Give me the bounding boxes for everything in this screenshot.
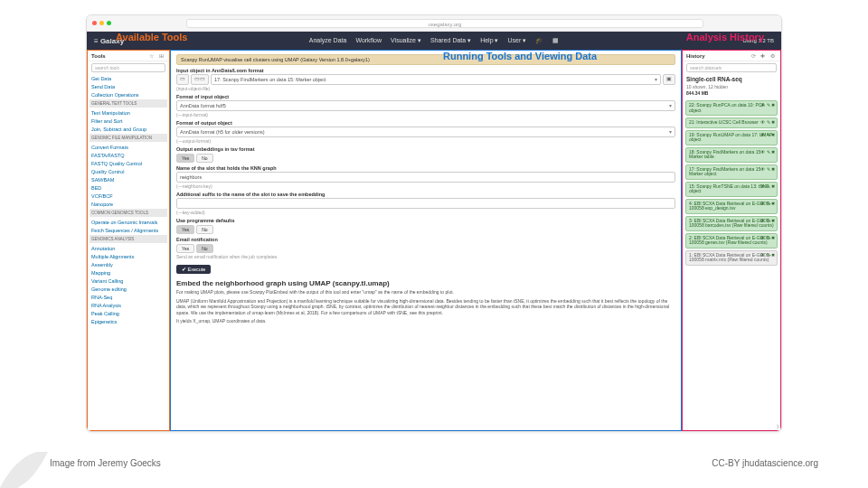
masthead-nav: Analyze Data Workflow Visualize ▾ Shared… bbox=[309, 37, 559, 44]
suffix-input[interactable] bbox=[176, 198, 675, 209]
attribution-right: CC-BY jhudatascience.org bbox=[712, 458, 818, 468]
tool-link[interactable]: Assembly bbox=[91, 260, 165, 268]
input-dataset-select[interactable]: 17: Scanpy FindMarkers on data 15: Marke… bbox=[211, 74, 661, 85]
watermark-feather bbox=[0, 452, 54, 488]
url-bar[interactable]: usegalaxy.org bbox=[186, 19, 703, 28]
tool-link[interactable]: Variant Calling bbox=[91, 277, 165, 285]
tool-link[interactable]: Collection Operations bbox=[91, 90, 165, 99]
callout-tools: Available Tools bbox=[116, 32, 187, 42]
help-p3: It yields X_umap, UMAP coordinates of da… bbox=[176, 318, 675, 324]
nav-workflow[interactable]: Workflow bbox=[355, 37, 382, 44]
tools-search[interactable]: search tools bbox=[91, 63, 165, 72]
tool-link[interactable]: RNA Analysis bbox=[91, 301, 165, 309]
tool-link[interactable]: Genome editing bbox=[91, 285, 165, 293]
history-item-icons[interactable]: 👁 ✎ ✖ bbox=[760, 253, 775, 258]
embed-no[interactable]: No bbox=[196, 154, 212, 163]
nav-user[interactable]: User ▾ bbox=[508, 37, 527, 44]
tool-link[interactable]: VCF/BCF bbox=[91, 192, 165, 200]
tool-link[interactable]: Filter and Sort bbox=[91, 117, 165, 125]
email-yes[interactable]: Yes bbox=[176, 244, 194, 253]
center-panel: Scanpy RunUMAP visualise cell clusters u… bbox=[170, 50, 682, 431]
masthead: ≡ Galaxy Analyze Data Workflow Visualize… bbox=[87, 32, 781, 50]
tool-link[interactable]: Epigenetics bbox=[91, 317, 165, 325]
tool-link[interactable]: Peak Calling bbox=[91, 309, 165, 317]
history-item[interactable]: 22: Scanpy RunPCA on data 10: PCA object… bbox=[685, 100, 778, 116]
tool-link[interactable]: RNA-Seq bbox=[91, 293, 165, 301]
traffic-light-max[interactable] bbox=[107, 21, 111, 25]
history-item-icons[interactable]: 👁 ✎ ✖ bbox=[760, 219, 775, 224]
fmt-out-select[interactable]: AnnData format (h5 for older versions)▾ bbox=[176, 127, 675, 137]
src-single-icon[interactable]: ▭ bbox=[176, 74, 189, 85]
lbl-embed: Output embeddings in tsv format bbox=[176, 146, 675, 152]
execute-button[interactable]: ✔ Execute bbox=[176, 265, 211, 274]
history-item[interactable]: 3: EBI SCXA Data Retrieval on E-GEOD-100… bbox=[685, 216, 778, 231]
traffic-light-close[interactable] bbox=[92, 21, 97, 25]
tool-link[interactable]: Join, Subtract and Group bbox=[91, 125, 165, 133]
tool-section: COMMON GENOMICS TOOLS bbox=[90, 209, 167, 217]
history-item[interactable]: 1: EBI SCXA Data Retrieval on E-GEOD-100… bbox=[685, 250, 778, 266]
tool-link[interactable]: Nanopore bbox=[91, 200, 165, 208]
history-item[interactable]: 18: Scanpy FindMarkers on data 15: Marke… bbox=[685, 147, 778, 163]
tool-header: Scanpy RunUMAP visualise cell clusters u… bbox=[176, 54, 675, 65]
tool-link[interactable]: Fetch Sequences / Alignments bbox=[91, 226, 165, 234]
tool-link[interactable]: Quality Control bbox=[91, 167, 165, 175]
help-heading: Embed the neighborhood graph using UMAP … bbox=[176, 279, 675, 287]
tool-link[interactable]: Send Data bbox=[91, 82, 165, 90]
history-item-icons[interactable]: 👁 ✎ ✖ bbox=[760, 236, 775, 241]
history-panel: History ⟳ ✚ ⚙ search datasets Single-cel… bbox=[682, 50, 781, 431]
nav-shared[interactable]: Shared Data ▾ bbox=[430, 37, 471, 44]
history-item-icons[interactable]: 👁 ✎ ✖ bbox=[760, 184, 775, 190]
lbl-slot: Name of the slot that holds the KNN grap… bbox=[176, 165, 675, 171]
tool-link[interactable]: FASTQ Quality Control bbox=[91, 159, 165, 167]
history-item-icons[interactable]: 👁 ✎ ✖ bbox=[760, 202, 775, 207]
history-search[interactable]: search datasets bbox=[686, 63, 777, 72]
nav-grad-icon[interactable]: 🎓 bbox=[535, 37, 543, 44]
nav-grid-icon[interactable]: ▦ bbox=[552, 37, 559, 44]
slot-input[interactable]: neighbors bbox=[176, 172, 675, 183]
history-item-icons[interactable]: 👁 ✎ ✖ bbox=[760, 150, 775, 155]
email-no[interactable]: No bbox=[196, 244, 212, 253]
tool-link[interactable]: Convert Formats bbox=[91, 143, 165, 151]
lbl-email: Email notification bbox=[176, 237, 675, 242]
history-item[interactable]: 15: Scanpy RunTSNE on data 13: tSNE obje… bbox=[685, 182, 778, 197]
nav-visualize[interactable]: Visualize ▾ bbox=[391, 37, 421, 44]
nav-help[interactable]: Help ▾ bbox=[480, 37, 498, 44]
screenshot-frame: usegalaxy.org ≡ Galaxy Analyze Data Work… bbox=[86, 14, 782, 432]
history-item-icons[interactable]: 👁 ✎ ✖ bbox=[760, 133, 775, 138]
history-item[interactable]: 17: Scanpy FindMarkers on data 15: Marke… bbox=[685, 164, 778, 180]
tool-link[interactable]: Mapping bbox=[91, 268, 165, 277]
history-item-icons[interactable]: 👁 ✎ ✖ bbox=[760, 103, 775, 108]
history-name[interactable]: Single-cell RNA-seq bbox=[683, 74, 780, 84]
tool-link[interactable]: Multiple Alignments bbox=[91, 252, 165, 260]
history-panel-icons[interactable]: ⟳ ✚ ⚙ bbox=[751, 52, 777, 59]
tool-link[interactable]: Get Data bbox=[91, 74, 165, 82]
tool-link[interactable]: Text Manipulation bbox=[91, 108, 165, 117]
nav-analyze[interactable]: Analyze Data bbox=[309, 37, 347, 44]
tool-link[interactable]: SAM/BAM bbox=[91, 175, 165, 183]
tools-panel: Tools ☆ ⊞ search tools Get DataSend Data… bbox=[87, 50, 170, 431]
lbl-fmt-in: Format of input object bbox=[176, 94, 675, 99]
help-p2: UMAP (Uniform Manifold Approximation and… bbox=[176, 298, 675, 316]
embed-yes[interactable]: Yes bbox=[176, 154, 194, 163]
callout-center: Running Tools and Viewing Data bbox=[443, 51, 597, 61]
history-item[interactable]: 4: EBI SCXA Data Retrieval on E-GEOD-100… bbox=[685, 199, 778, 214]
tool-link[interactable]: BED bbox=[91, 183, 165, 192]
fmt-in-select[interactable]: AnnData format hdf5▾ bbox=[176, 100, 675, 111]
tool-link[interactable]: FASTA/FASTQ bbox=[91, 151, 165, 159]
tools-panel-icons[interactable]: ☆ ⊞ bbox=[149, 52, 165, 59]
traffic-light-min[interactable] bbox=[99, 21, 104, 25]
history-size: 844.34 MB bbox=[683, 89, 780, 99]
history-item[interactable]: 19: Scanpy RunUMAP on data 17: UMAP obje… bbox=[685, 130, 778, 145]
browse-icon[interactable]: ▣ bbox=[663, 74, 675, 85]
tool-link[interactable]: Operate on Genomic Intervals bbox=[91, 218, 165, 226]
src-multi-icon[interactable]: ▭▭ bbox=[191, 74, 209, 85]
defaults-no[interactable]: No bbox=[196, 225, 212, 234]
tool-link[interactable]: Annotation bbox=[91, 244, 165, 252]
history-item[interactable]: 21: Interactive UCSC Cell Browser👁 ✎ ✖ bbox=[685, 117, 778, 128]
defaults-yes[interactable]: Yes bbox=[176, 225, 194, 234]
browser-chrome: usegalaxy.org bbox=[87, 15, 781, 32]
history-item-icons[interactable]: 👁 ✎ ✖ bbox=[760, 120, 775, 126]
help-p1: For making UMAP plots, please use Scanpy… bbox=[176, 289, 675, 296]
history-item-icons[interactable]: 👁 ✎ ✖ bbox=[760, 167, 775, 173]
history-item[interactable]: 2: EBI SCXA Data Retrieval on E-GEOD-100… bbox=[685, 233, 778, 249]
